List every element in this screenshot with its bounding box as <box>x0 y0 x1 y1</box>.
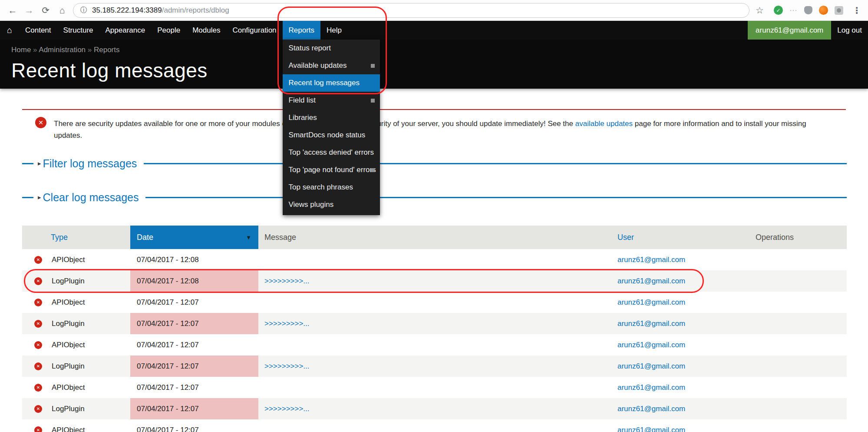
log-operations-cell <box>749 292 847 313</box>
url-path: /admin/reports/dblog <box>162 6 229 15</box>
menu-item-libraries[interactable]: Libraries <box>283 109 380 126</box>
log-user-cell: arunz61@gmail.com <box>611 398 749 419</box>
log-user-link[interactable]: arunz61@gmail.com <box>617 362 685 371</box>
back-icon[interactable]: ← <box>4 2 21 19</box>
browser-menu-icon[interactable]: ⋮ <box>850 5 864 16</box>
forward-icon[interactable]: → <box>21 2 37 19</box>
menu-item-field-list[interactable]: Field list <box>283 92 380 109</box>
menu-item-top-search-phrases[interactable]: Top search phrases <box>283 179 380 196</box>
log-type: APIObject <box>52 426 85 432</box>
url-host: 35.185.222.194:3389 <box>92 6 162 15</box>
log-message-cell <box>258 419 611 432</box>
menu-item-views-plugins[interactable]: Views plugins <box>283 196 380 213</box>
log-user-link[interactable]: arunz61@gmail.com <box>617 298 685 307</box>
log-message-link[interactable]: >>>>>>>>>... <box>264 362 310 371</box>
orange-extension-icon[interactable] <box>819 6 828 15</box>
toolbar-item-modules[interactable]: Modules <box>186 21 226 40</box>
toolbar-item-configuration[interactable]: Configuration <box>226 21 282 40</box>
log-user-link[interactable]: arunz61@gmail.com <box>617 256 685 264</box>
alert-error-icon: ✕ <box>35 117 46 128</box>
log-operations-cell <box>749 249 847 270</box>
log-type: LogPlugin <box>52 362 85 371</box>
site-info-icon[interactable]: ⓘ <box>80 6 87 15</box>
collapsed-arrow-icon: ▸ <box>38 193 41 201</box>
bookmark-star-icon[interactable]: ☆ <box>756 5 764 16</box>
log-user-link[interactable]: arunz61@gmail.com <box>617 426 685 432</box>
reports-dropdown-menu: Status reportAvailable updatesRecent log… <box>283 40 380 215</box>
toolbar-item-help[interactable]: Help <box>320 21 348 40</box>
header-date-label: Date <box>137 233 153 242</box>
log-user-link[interactable]: arunz61@gmail.com <box>617 405 685 413</box>
log-operations-cell <box>749 419 847 432</box>
toolbar-item-structure[interactable]: Structure <box>57 21 99 40</box>
log-operations-cell <box>749 334 847 356</box>
toolbar-item-people[interactable]: People <box>151 21 186 40</box>
header-type[interactable]: Type <box>22 233 130 242</box>
log-date: 07/04/2017 - 12:07 <box>137 383 199 392</box>
log-date-cell: 07/04/2017 - 12:07 <box>130 398 258 419</box>
breadcrumb-reports[interactable]: Reports <box>94 46 120 54</box>
admin-home-icon[interactable]: ⌂ <box>0 21 19 40</box>
log-date-cell: 07/04/2017 - 12:07 <box>130 419 258 432</box>
toolbar-item-reports[interactable]: Reports Status reportAvailable updatesRe… <box>283 21 321 40</box>
log-message-link[interactable]: >>>>>>>>>... <box>264 405 310 413</box>
square-extension-icon[interactable] <box>835 6 843 15</box>
available-updates-link[interactable]: available updates <box>575 120 633 128</box>
log-user-link[interactable]: arunz61@gmail.com <box>617 383 685 392</box>
log-user-link[interactable]: arunz61@gmail.com <box>617 277 685 286</box>
breadcrumb-home[interactable]: Home <box>11 46 31 54</box>
fieldset-filter-log-messages[interactable]: ▸ Filter log messages <box>22 156 847 171</box>
log-user-link[interactable]: arunz61@gmail.com <box>617 341 685 349</box>
error-icon: ✕ <box>34 320 42 328</box>
menu-item-status-report[interactable]: Status report <box>283 40 380 57</box>
log-type-cell: ✕LogPlugin <box>22 270 130 292</box>
collapsed-arrow-icon: ▸ <box>38 160 41 167</box>
dots-extension-icon[interactable]: ⋯ <box>789 6 798 15</box>
menu-item-top-page-not-found-errors[interactable]: Top 'page not found' errors <box>283 161 380 179</box>
table-row: ✕APIObject07/04/2017 - 12:08arunz61@gmai… <box>22 249 847 270</box>
header-user[interactable]: User <box>611 233 749 242</box>
toolbar-item-content[interactable]: Content <box>19 21 57 40</box>
browser-home-icon[interactable]: ⌂ <box>54 2 70 19</box>
log-date-cell: 07/04/2017 - 12:07 <box>130 313 258 334</box>
address-bar[interactable]: ⓘ 35.185.222.194:3389 /admin/reports/dbl… <box>73 3 749 18</box>
sort-desc-icon: ▼ <box>246 234 251 241</box>
menu-item-label: Views plugins <box>289 200 334 209</box>
fieldset-clear-log-messages[interactable]: ▸ Clear log messages <box>22 190 847 205</box>
log-date: 07/04/2017 - 12:07 <box>137 319 199 328</box>
menu-item-smartdocs-node-status[interactable]: SmartDocs node status <box>283 126 380 144</box>
log-message-link[interactable]: >>>>>>>>>... <box>264 277 310 286</box>
menu-item-available-updates[interactable]: Available updates <box>283 57 380 74</box>
menu-item-recent-log-messages[interactable]: Recent log messages <box>283 74 380 92</box>
menu-item-top-access-denied-errors[interactable]: Top 'access denied' errors <box>283 144 380 161</box>
table-row: ✕APIObject07/04/2017 - 12:07arunz61@gmai… <box>22 334 847 356</box>
log-type-cell: ✕APIObject <box>22 249 130 270</box>
update-indicator-icon <box>371 168 375 172</box>
fieldset-title[interactable]: Clear log messages <box>43 191 139 204</box>
table-row: ✕APIObject07/04/2017 - 12:07arunz61@gmai… <box>22 419 847 432</box>
log-type: LogPlugin <box>52 277 85 286</box>
log-operations-cell <box>749 356 847 377</box>
error-icon: ✕ <box>34 277 42 285</box>
green-check-extension-icon[interactable]: ✓ <box>774 6 783 15</box>
breadcrumb-separator: » <box>86 46 94 54</box>
log-date: 07/04/2017 - 12:07 <box>137 341 199 349</box>
log-message-link[interactable]: >>>>>>>>>... <box>264 319 310 328</box>
page-header: Home » Administration » Reports Recent l… <box>0 40 868 89</box>
logout-button[interactable]: Log out <box>831 21 868 40</box>
toolbar-item-appearance[interactable]: Appearance <box>99 21 152 40</box>
table-row: ✕LogPlugin07/04/2017 - 12:07>>>>>>>>>...… <box>22 356 847 377</box>
log-user-cell: arunz61@gmail.com <box>611 313 749 334</box>
log-type: APIObject <box>52 341 85 349</box>
update-indicator-icon <box>371 64 375 68</box>
main-content: ✕ There are security updates available f… <box>0 109 868 432</box>
reload-icon[interactable]: ⟳ <box>37 2 54 19</box>
table-body: ✕APIObject07/04/2017 - 12:08arunz61@gmai… <box>22 249 847 432</box>
shield-extension-icon[interactable] <box>804 6 812 14</box>
breadcrumb-administration[interactable]: Administration <box>39 46 86 54</box>
account-button[interactable]: arunz61@gmail.com <box>748 21 831 40</box>
menu-item-label: Libraries <box>289 113 317 122</box>
header-date[interactable]: Date ▼ <box>130 226 258 249</box>
log-user-link[interactable]: arunz61@gmail.com <box>617 319 685 328</box>
fieldset-title[interactable]: Filter log messages <box>43 157 137 170</box>
